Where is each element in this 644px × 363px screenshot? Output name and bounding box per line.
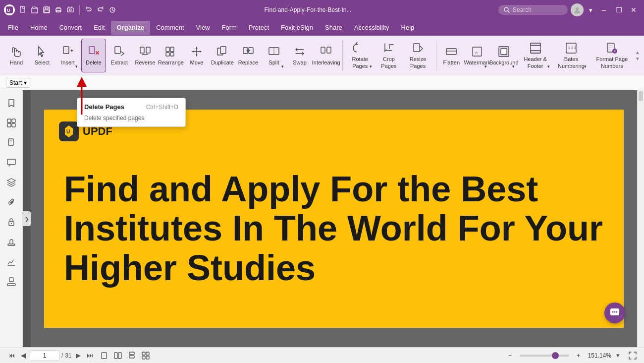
next-page-button[interactable]: ▶ <box>73 350 84 361</box>
continuous-view-button[interactable] <box>126 350 137 361</box>
scrollbar-thumb[interactable] <box>639 91 643 101</box>
flatten-button[interactable]: Flatten <box>439 39 464 72</box>
svg-rect-19 <box>170 47 174 52</box>
grid-view-button[interactable] <box>140 350 151 361</box>
rotate-pages-button[interactable]: Rotate Pages <box>345 39 375 72</box>
menu-help[interactable]: Help <box>395 21 421 35</box>
search-bar[interactable] <box>498 5 568 15</box>
duplicate-button[interactable]: Duplicate <box>210 39 235 72</box>
chat-button[interactable] <box>604 302 625 323</box>
menu-convert[interactable]: Convert <box>54 21 88 35</box>
replace-button[interactable]: Replace <box>236 39 261 72</box>
dropdown-icon: ▾ <box>24 79 27 86</box>
status-left: ⏮ ◀ / 31 ▶ ⏭ <box>6 350 151 361</box>
print-icon[interactable] <box>54 5 63 15</box>
fullscreen-button[interactable] <box>627 350 638 361</box>
menu-foxit-esign[interactable]: Foxit eSign <box>275 21 319 35</box>
menu-comment[interactable]: Comment <box>150 21 190 35</box>
swap-label: Swap <box>293 60 307 66</box>
right-scrollbar[interactable] <box>637 90 644 347</box>
status-right: − + 151.14% ▾ <box>505 350 638 361</box>
two-page-view-button[interactable] <box>112 350 123 361</box>
toolbar-scroll-up[interactable]: ▲ ▼ <box>635 41 640 70</box>
version-icon[interactable] <box>107 5 117 15</box>
single-page-view-button[interactable] <box>99 350 109 361</box>
menu-home[interactable]: Home <box>24 21 54 35</box>
delete-pages-menu-item[interactable]: Delete Pages Ctrl+Shift+D <box>77 100 185 114</box>
reverse-button[interactable]: Reverse <box>133 39 158 72</box>
undo-icon[interactable] <box>84 5 94 15</box>
last-page-button[interactable]: ⏭ <box>85 350 96 361</box>
new-file-icon[interactable] <box>18 5 28 15</box>
current-page-input[interactable] <box>30 350 59 361</box>
crop-pages-label: Crop Pages <box>379 56 398 69</box>
menu-share[interactable]: Share <box>319 21 348 35</box>
menu-view[interactable]: View <box>190 21 216 35</box>
svg-point-57 <box>614 311 616 313</box>
menu-protect[interactable]: Protect <box>243 21 275 35</box>
zoom-level-display: 151.14% ▾ <box>588 350 623 361</box>
delete-label: Delete <box>86 60 102 66</box>
close-button[interactable]: ✕ <box>627 3 640 16</box>
title-bar-right: ▾ – ❒ ✕ <box>571 3 640 16</box>
sidebar-security-icon[interactable] <box>2 213 20 231</box>
zoom-in-button[interactable]: + <box>573 350 584 361</box>
redo-icon[interactable] <box>96 5 106 15</box>
svg-rect-14 <box>89 47 95 54</box>
svg-rect-45 <box>7 123 11 127</box>
sidebar-stamp-icon[interactable] <box>2 233 20 251</box>
zoom-dropdown-button[interactable]: ▾ <box>612 350 623 361</box>
minimize-button[interactable]: – <box>597 3 610 16</box>
bates-numbering-button[interactable]: 1 2 3 Bates Numbering <box>553 39 589 72</box>
crop-pages-button[interactable]: Crop Pages <box>376 39 402 72</box>
scan-icon[interactable] <box>65 5 75 15</box>
prev-page-button[interactable]: ◀ <box>18 350 29 361</box>
sidebar-pages-icon[interactable] <box>2 134 20 152</box>
menu-edit[interactable]: Edit <box>88 21 110 35</box>
sidebar-comment-icon[interactable] <box>2 154 20 172</box>
select-tool-button[interactable]: Select <box>30 39 54 72</box>
delete-button[interactable]: Delete <box>81 39 106 72</box>
menu-file[interactable]: File <box>2 21 24 35</box>
zoom-thumb[interactable] <box>552 352 559 359</box>
background-button[interactable]: Background <box>490 39 517 72</box>
open-file-icon[interactable] <box>30 5 40 15</box>
menu-organize[interactable]: Organize <box>111 21 151 35</box>
menu-accessibility[interactable]: Accessibility <box>348 21 395 35</box>
delete-context-menu: Delete Pages Ctrl+Shift+D Delete specifi… <box>77 98 186 127</box>
swap-button[interactable]: Swap <box>287 39 312 72</box>
first-page-button[interactable]: ⏮ <box>6 350 17 361</box>
sidebar-thumbnail-icon[interactable] <box>2 114 20 132</box>
svg-rect-13 <box>63 47 69 54</box>
page-range-dropdown[interactable]: Start ▾ <box>6 78 30 88</box>
sidebar-share-icon[interactable] <box>2 273 20 291</box>
insert-button[interactable]: Insert <box>55 39 80 72</box>
svg-rect-63 <box>129 356 134 358</box>
page-separator: / <box>61 352 63 359</box>
menu-form[interactable]: Form <box>216 21 243 35</box>
interleaving-button[interactable]: Interleaving <box>313 39 339 72</box>
sidebar-bookmark-icon[interactable] <box>2 94 20 112</box>
header-footer-button[interactable]: Header & Footer <box>518 39 552 72</box>
svg-rect-34 <box>501 49 507 55</box>
extract-button[interactable]: Extract <box>107 39 132 72</box>
save-icon[interactable] <box>42 5 52 15</box>
hand-tool-button[interactable]: Hand <box>4 39 29 72</box>
zoom-out-button[interactable]: − <box>505 350 516 361</box>
move-button[interactable]: Move <box>184 39 209 72</box>
zoom-slider[interactable] <box>520 355 569 357</box>
sidebar-collapse-button[interactable]: ❯ <box>23 211 31 226</box>
search-input[interactable] <box>513 6 562 13</box>
account-dropdown-icon[interactable]: ▾ <box>586 5 595 15</box>
sidebar-layers-icon[interactable] <box>2 174 20 191</box>
interleaving-label: Interleaving <box>312 60 340 66</box>
restore-button[interactable]: ❒ <box>612 3 625 16</box>
format-page-numbers-button[interactable]: # Format Page Numbers <box>590 39 634 72</box>
rearrange-button[interactable]: Rearrange <box>159 39 183 72</box>
split-button[interactable]: Split <box>262 39 286 72</box>
sidebar-sign-icon[interactable] <box>2 253 20 271</box>
watermark-button[interactable]: W Watermark <box>465 39 489 72</box>
resize-pages-button[interactable]: Resize Pages <box>403 39 433 72</box>
sidebar-attachment-icon[interactable] <box>2 193 20 211</box>
avatar[interactable] <box>571 3 584 16</box>
